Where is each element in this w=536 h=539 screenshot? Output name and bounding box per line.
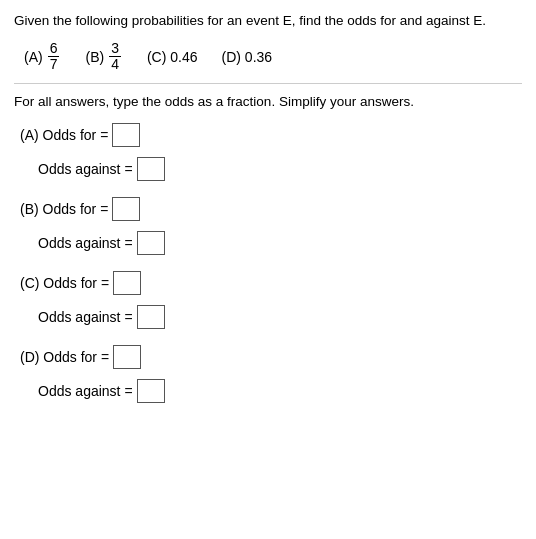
given-probabilities: (A) 6 7 (B) 3 4 (C) 0.46 (D) 0.36 bbox=[24, 41, 522, 73]
section-d: (D) Odds for = Odds against = bbox=[14, 345, 522, 403]
prob-d: (D) 0.36 bbox=[222, 49, 273, 65]
section-b: (B) Odds for = Odds against = bbox=[14, 197, 522, 255]
section-a-odds-for-label: (A) Odds for = bbox=[20, 127, 108, 143]
section-a: (A) Odds for = Odds against = bbox=[14, 123, 522, 181]
section-c-odds-against-row: Odds against = bbox=[38, 305, 522, 329]
section-d-odds-against-label: Odds against = bbox=[38, 383, 133, 399]
section-d-odds-for-label: (D) Odds for = bbox=[20, 349, 109, 365]
section-a-odds-for-row: (A) Odds for = bbox=[20, 123, 522, 147]
section-c: (C) Odds for = Odds against = bbox=[14, 271, 522, 329]
section-d-odds-for-input[interactable] bbox=[113, 345, 141, 369]
section-b-odds-for-label: (B) Odds for = bbox=[20, 201, 108, 217]
section-c-odds-against-input[interactable] bbox=[137, 305, 165, 329]
section-a-odds-against-row: Odds against = bbox=[38, 157, 522, 181]
section-b-odds-against-input[interactable] bbox=[137, 231, 165, 255]
section-a-odds-against-input[interactable] bbox=[137, 157, 165, 181]
section-a-odds-for-input[interactable] bbox=[112, 123, 140, 147]
section-b-odds-against-row: Odds against = bbox=[38, 231, 522, 255]
prob-b-denominator: 4 bbox=[109, 57, 121, 72]
section-b-odds-for-input[interactable] bbox=[112, 197, 140, 221]
question-intro: Given the following probabilities for an… bbox=[14, 12, 522, 31]
prob-a-fraction: 6 7 bbox=[48, 41, 60, 73]
prob-b: (B) 3 4 bbox=[85, 41, 122, 73]
instruction-text: For all answers, type the odds as a frac… bbox=[14, 94, 522, 109]
section-d-odds-for-row: (D) Odds for = bbox=[20, 345, 522, 369]
section-c-odds-against-label: Odds against = bbox=[38, 309, 133, 325]
prob-b-label: (B) bbox=[85, 49, 104, 65]
section-b-odds-against-label: Odds against = bbox=[38, 235, 133, 251]
section-c-odds-for-input[interactable] bbox=[113, 271, 141, 295]
prob-a-numerator: 6 bbox=[48, 41, 60, 57]
prob-d-value: (D) 0.36 bbox=[222, 49, 273, 65]
section-c-odds-for-row: (C) Odds for = bbox=[20, 271, 522, 295]
prob-b-numerator: 3 bbox=[109, 41, 121, 57]
section-d-odds-against-row: Odds against = bbox=[38, 379, 522, 403]
prob-c-value: (C) 0.46 bbox=[147, 49, 198, 65]
section-d-odds-against-input[interactable] bbox=[137, 379, 165, 403]
section-c-odds-for-label: (C) Odds for = bbox=[20, 275, 109, 291]
prob-a-label: (A) bbox=[24, 49, 43, 65]
divider bbox=[14, 83, 522, 84]
section-a-odds-against-label: Odds against = bbox=[38, 161, 133, 177]
section-b-odds-for-row: (B) Odds for = bbox=[20, 197, 522, 221]
prob-a-denominator: 7 bbox=[48, 57, 60, 72]
prob-b-fraction: 3 4 bbox=[109, 41, 121, 73]
prob-a: (A) 6 7 bbox=[24, 41, 61, 73]
prob-c: (C) 0.46 bbox=[147, 49, 198, 65]
